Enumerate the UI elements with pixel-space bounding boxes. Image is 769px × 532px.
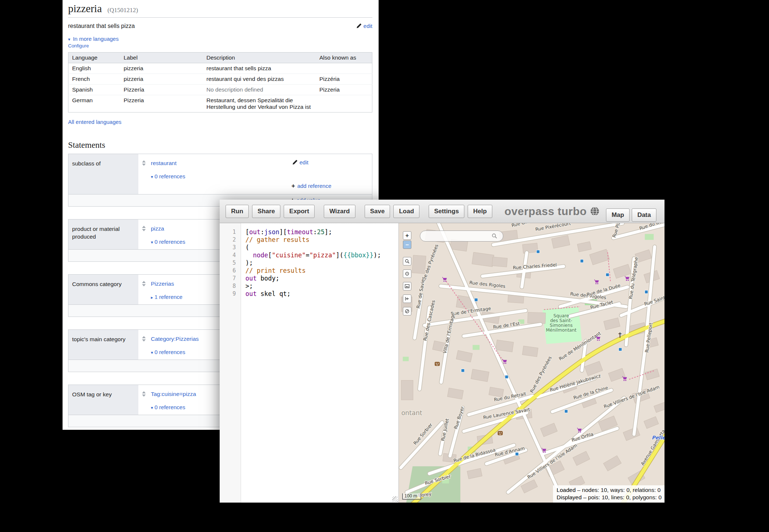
fit-bounds-button[interactable] [403,294,411,303]
result-stats: Loaded – nodes: 10, ways: 0, relations: … [553,485,665,503]
line-number: 8 [220,282,241,290]
statement-value-link[interactable]: pizza [151,225,164,232]
result-node-marker[interactable] [619,348,622,351]
toolbar-button-help[interactable]: Help [468,205,492,218]
statement-value-link[interactable]: Category:Pizzerias [151,336,199,342]
property-link[interactable]: Commons category [72,281,121,287]
result-node-marker[interactable] [515,452,519,456]
edit-statement-link[interactable]: edit [292,159,308,165]
cell-description: restaurant qui vend des pizzas [203,74,316,84]
export-image-button[interactable] [403,282,411,290]
entity-id: (Q1501212) [107,7,138,14]
cell-language: English [68,63,120,74]
map-view-button[interactable]: Map [606,208,630,222]
abort-button[interactable] [403,307,411,315]
collapse-arrow-icon: ▾ [68,37,70,42]
toolbar-button-load[interactable]: Load [393,205,419,218]
property-link[interactable]: product or material produced [72,226,120,240]
result-node-marker[interactable] [505,375,508,379]
plus-icon: + [291,182,295,189]
overpass-turbo-logo: overpass turbo [504,205,599,218]
line-number: 1 [220,228,241,236]
property-link[interactable]: topic's main category [72,336,125,342]
editor-resize-handle[interactable] [392,496,398,502]
map-tiles: Rue PixérécourtRue PixérécourtRue Olivie… [399,223,665,503]
line-number: 3 [220,244,241,251]
code-line: 4 node["cuisine"="pizza"]({{bbox}}); [220,251,398,259]
result-node-marker[interactable] [461,369,465,372]
cell-aka: Pizzeria [316,84,372,95]
code-lines: 1[out:json][timeout:25];2// gather resul… [220,228,398,298]
references-toggle[interactable]: ▾0 references [151,173,369,179]
data-view-button[interactable]: Data [632,208,656,222]
result-node-marker[interactable] [564,410,568,413]
column-header: Description [203,52,316,63]
all-entered-languages-link[interactable]: All entered languages [68,119,121,125]
map[interactable]: Rue PixérécourtRue PixérécourtRue Olivie… [399,223,665,503]
code-line: 3( [220,244,398,251]
rank-selector-icon[interactable] [142,336,146,342]
result-node-marker[interactable] [606,273,609,276]
cell-description: Restaurant, dessen Spezialität die Herst… [203,95,316,112]
collapse-arrow-icon: ▾ [151,174,153,179]
rank-selector-icon[interactable] [142,226,146,231]
code-line: 8>; [220,282,398,290]
query-editor[interactable]: 1[out:json][timeout:25];2// gather resul… [220,223,399,503]
add-reference-link[interactable]: +add reference [291,182,369,190]
code-line: 5); [220,259,398,267]
statement-group: subclass ofrestaurantedit▾0 references+a… [68,154,372,207]
map-search-input[interactable] [420,231,503,242]
line-number: 4 [220,251,241,259]
toolbar-button-settings[interactable]: Settings [429,205,464,218]
entity-description: restaurant that sells pizza [68,23,135,29]
stats-row: Loaded – nodes: 10, ways: 0, relations: … [557,486,662,494]
zoom-out-button[interactable]: − [403,240,411,249]
code-line: 9out skel qt; [220,290,398,298]
configure-link[interactable]: Configure [68,43,89,49]
cell-description: No description defined [203,84,316,95]
zoom-in-button[interactable]: + [403,231,411,240]
overpass-turbo-window: RunShareExportWizardSaveLoadSettingsHelp… [220,200,665,503]
property-cell: subclass of [68,154,138,194]
statement-value-link[interactable]: Pizzerias [151,281,174,287]
result-node-marker[interactable] [536,250,540,253]
theatre-icon [435,362,440,366]
result-node-marker[interactable] [645,290,648,294]
property-cell: OSM tag or key [68,385,138,415]
geolocate-button[interactable] [403,269,411,278]
cell-language: French [68,74,120,84]
code-line: 1[out:json][timeout:25]; [220,228,398,236]
property-cell: topic's main category [68,330,138,360]
in-more-languages-toggle[interactable]: ▾ In more languages [68,36,372,42]
desktop: pizzeria (Q1501212) restaurant that sell… [0,0,769,532]
toolbar-button-export[interactable]: Export [284,205,315,218]
result-node-marker[interactable] [580,260,584,263]
result-node-marker[interactable] [475,298,478,301]
overpass-toolbar: RunShareExportWizardSaveLoadSettingsHelp… [220,200,665,223]
rank-selector-icon[interactable] [142,391,146,397]
page-title: pizzeria (Q1501212) [68,0,372,18]
cell-aka [316,63,372,74]
property-link[interactable]: OSM tag or key [72,391,112,397]
toolbar-button-run[interactable]: Run [226,205,249,218]
statements-heading: Statements [68,140,372,150]
search-location-button[interactable] [403,257,411,265]
map-tools [403,257,411,315]
statement-value-link[interactable]: Tag:cuisine=pizza [151,391,196,397]
column-header: Label [120,52,203,63]
column-header: Language [68,52,120,63]
collapse-arrow-icon: ▸ [151,295,153,300]
toolbar-button-share[interactable]: Share [252,205,280,218]
theatre-icon [498,431,503,435]
toolbar-button-wizard[interactable]: Wizard [324,205,355,218]
rank-selector-icon[interactable] [142,281,146,286]
cell-label: pizzeria [120,63,203,74]
cell-aka [316,95,372,112]
rank-selector-icon[interactable] [142,160,146,166]
property-link[interactable]: subclass of [72,160,101,167]
statement-value-link[interactable]: restaurant [151,160,177,167]
edit-description-link[interactable]: edit [356,23,372,29]
toolbar-button-save[interactable]: Save [365,205,390,218]
line-number: 2 [220,236,241,244]
code-line: 6// print results [220,267,398,275]
